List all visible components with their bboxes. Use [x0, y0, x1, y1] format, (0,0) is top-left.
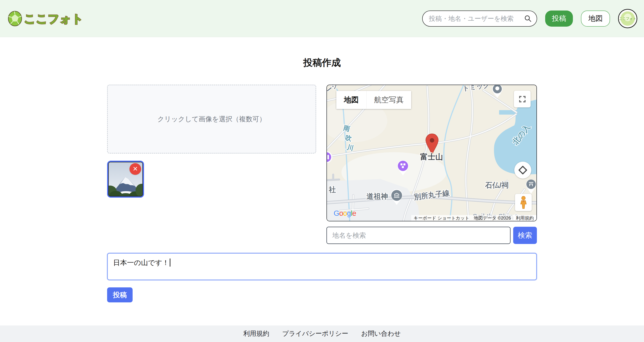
remove-image-button[interactable]: ✕	[130, 163, 141, 175]
google-logo[interactable]: Google	[333, 209, 360, 219]
fullscreen-icon	[519, 96, 526, 103]
footer-contact-link[interactable]: お問い合わせ	[361, 329, 401, 338]
map-label-sekibutsu: 石仏/祠	[485, 181, 509, 189]
map-attribution: キーボード ショートカット 地図データ ©2026 利用規約	[411, 215, 536, 221]
caption-text: 日本一の山です！	[113, 259, 169, 267]
header-post-button[interactable]: 投稿	[545, 11, 573, 27]
avatar-logo-text: ここフォト	[619, 17, 636, 21]
global-search	[422, 11, 537, 27]
map-pan-control[interactable]	[514, 162, 531, 179]
footer-terms-link[interactable]: 利用規約	[243, 329, 269, 338]
place-search-button[interactable]: 検索	[513, 227, 537, 244]
user-avatar[interactable]: ここフォト	[618, 9, 637, 28]
map-type-control: 地図 航空写真	[336, 91, 411, 109]
map-label-dosojin: 道祖神	[366, 192, 388, 200]
place-search-input[interactable]	[326, 227, 510, 244]
google-map[interactable]: トミック ージ 雨 吹 川 社 道祖神 別所丸子線 石仏/祠 北の入 Sail …	[326, 85, 537, 221]
avatar-logo-disc: ここフォト	[620, 12, 635, 26]
map-data-attribution: 地図データ ©2026	[472, 215, 513, 221]
app-logo[interactable]: ここフォト	[8, 11, 84, 27]
header-map-button[interactable]: 地図	[581, 11, 610, 27]
footer-privacy-link[interactable]: プライバシーポリシー	[282, 329, 348, 338]
app-header: ここフォト 投稿 地図 ここフォト	[0, 0, 644, 37]
caption-textarea[interactable]: 日本一の山です！	[107, 253, 537, 280]
svg-text:Google: Google	[334, 209, 356, 217]
pan-arrows-icon	[518, 165, 528, 175]
logo-text: ここフォト	[24, 13, 84, 25]
search-icon[interactable]	[524, 15, 532, 22]
submit-post-button[interactable]: 投稿	[107, 287, 132, 302]
keyboard-shortcuts-link[interactable]: キーボード ショートカット	[411, 215, 472, 221]
uploaded-image-thumbnail[interactable]: ✕	[107, 161, 144, 198]
map-type-satellite-button[interactable]: 航空写真	[366, 91, 411, 109]
map-type-map-button[interactable]: 地図	[336, 91, 366, 109]
aperture-logo-icon	[8, 11, 22, 27]
upload-hint-text: クリックして画像を選択（複数可）	[158, 115, 266, 124]
main-content: 投稿作成 クリックして画像を選択（複数可）	[0, 37, 644, 302]
map-terms-link[interactable]: 利用規約	[513, 215, 536, 221]
pegman-control[interactable]	[515, 194, 532, 211]
image-upload-dropzone[interactable]: クリックして画像を選択（複数可）	[107, 85, 316, 154]
global-search-input[interactable]	[429, 15, 524, 22]
map-marker-label: 富士山	[420, 152, 443, 161]
map-label-shrine: 社	[328, 186, 336, 194]
app-footer: 利用規約 プライバシーポリシー お問い合わせ	[0, 325, 644, 342]
logo-wordmark: ここフォト	[24, 11, 84, 27]
place-search-row: 検索	[326, 227, 537, 244]
pegman-icon	[519, 196, 528, 209]
page-title: 投稿作成	[0, 56, 644, 69]
text-cursor	[170, 258, 170, 267]
map-fullscreen-button[interactable]	[514, 91, 531, 107]
